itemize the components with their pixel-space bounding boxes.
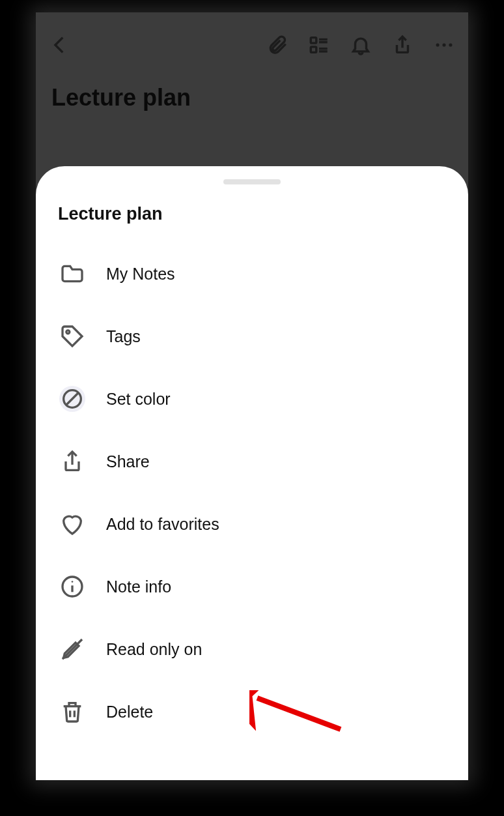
share-icon[interactable] <box>391 34 413 56</box>
menu-label: Delete <box>106 703 153 721</box>
more-icon[interactable] <box>433 34 455 56</box>
toolbar <box>36 12 468 71</box>
folder-icon <box>59 261 85 287</box>
heart-icon <box>59 511 85 537</box>
menu-item-read-only[interactable]: Read only on <box>48 618 456 680</box>
attachment-icon[interactable] <box>266 34 288 56</box>
app-window: Lecture plan Lecture plan My Notes Tags <box>36 12 468 780</box>
info-icon <box>59 574 85 600</box>
sheet-grabber[interactable] <box>223 179 281 184</box>
menu-item-delete[interactable]: Delete <box>48 680 456 743</box>
svg-point-8 <box>449 43 452 46</box>
menu-label: Note info <box>106 577 171 596</box>
menu-item-tags[interactable]: Tags <box>48 305 456 368</box>
back-button[interactable] <box>49 34 71 56</box>
menu-item-note-info[interactable]: Note info <box>48 555 456 618</box>
svg-point-6 <box>436 43 440 46</box>
menu-label: Read only on <box>106 640 202 659</box>
menu-label: My Notes <box>106 265 175 284</box>
read-only-icon <box>59 636 85 662</box>
share-icon <box>59 448 85 474</box>
menu-label: Share <box>106 452 150 471</box>
menu-item-set-color[interactable]: Set color <box>48 368 456 430</box>
menu-item-share[interactable]: Share <box>48 430 456 493</box>
checklist-icon[interactable] <box>308 34 330 56</box>
svg-rect-0 <box>311 38 316 43</box>
svg-point-14 <box>72 581 74 583</box>
tag-icon <box>59 323 85 349</box>
bell-icon[interactable] <box>350 34 372 56</box>
action-sheet: Lecture plan My Notes Tags Set color <box>36 166 468 780</box>
svg-point-9 <box>66 330 70 334</box>
page-title: Lecture plan <box>36 71 468 111</box>
svg-rect-1 <box>311 47 316 53</box>
menu-label: Add to favorites <box>106 515 219 534</box>
svg-point-7 <box>442 43 445 46</box>
menu-label: Set color <box>106 390 171 409</box>
sheet-title: Lecture plan <box>36 204 468 242</box>
svg-line-11 <box>66 392 79 405</box>
menu-item-favorites[interactable]: Add to favorites <box>48 493 456 555</box>
svg-line-15 <box>63 639 82 659</box>
action-menu: My Notes Tags Set color Share <box>36 242 468 743</box>
no-color-icon <box>59 386 85 412</box>
menu-item-my-notes[interactable]: My Notes <box>48 242 456 305</box>
menu-label: Tags <box>106 327 141 346</box>
trash-icon <box>59 699 85 725</box>
